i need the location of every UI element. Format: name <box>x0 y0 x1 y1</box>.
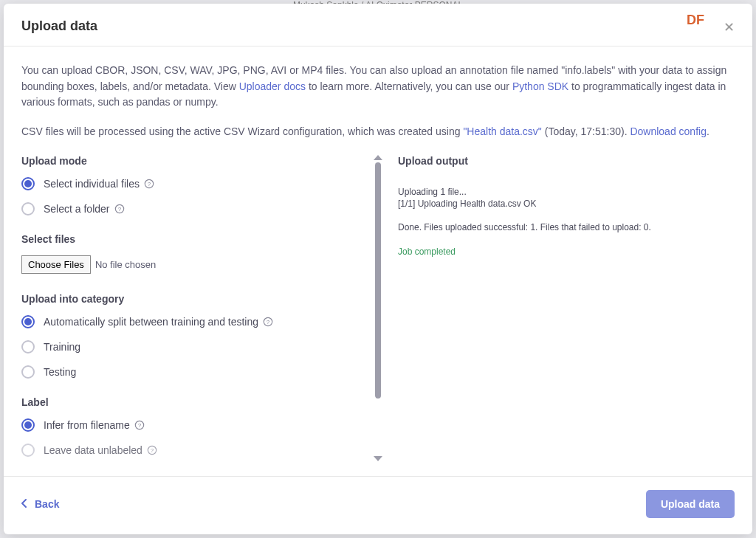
scroll-up-icon[interactable] <box>374 155 382 160</box>
file-picker: Choose Files No file chosen <box>21 255 362 274</box>
console-line <box>398 234 735 246</box>
label-heading: Label <box>21 396 362 408</box>
choose-files-button[interactable]: Choose Files <box>21 255 91 274</box>
svg-text:?: ? <box>138 422 142 429</box>
back-label: Back <box>35 498 59 510</box>
radio-icon <box>21 340 35 354</box>
upload-data-button[interactable]: Upload data <box>646 490 735 518</box>
uploader-docs-link[interactable]: Uploader docs <box>239 80 306 92</box>
radio-icon <box>21 418 35 432</box>
scroll-area: Upload mode Select individual files ? Se… <box>21 155 365 476</box>
category-heading: Upload into category <box>21 293 362 305</box>
chevron-left-icon <box>21 498 27 510</box>
svg-text:?: ? <box>151 447 154 454</box>
radio-auto-split[interactable]: Automatically split between training and… <box>21 315 362 328</box>
console-output: Uploading 1 file... [1/1] Uploading Heal… <box>398 186 735 258</box>
python-sdk-link[interactable]: Python SDK <box>512 80 568 92</box>
scrollbar[interactable] <box>372 155 383 461</box>
select-files-heading: Select files <box>21 233 362 245</box>
console-line: Uploading 1 file... <box>398 186 735 198</box>
radio-label: Leave data unlabeled <box>44 444 142 456</box>
csv-filename-link[interactable]: "Health data.csv" <box>463 125 541 137</box>
download-config-link[interactable]: Download config <box>630 125 707 137</box>
radio-select-folder[interactable]: Select a folder ? <box>21 202 362 215</box>
upload-mode-heading: Upload mode <box>21 155 362 167</box>
radio-icon <box>21 315 35 328</box>
back-button[interactable]: Back <box>21 498 59 510</box>
intro-paragraph: You can upload CBOR, JSON, CSV, WAV, JPG… <box>21 63 735 111</box>
radio-individual-files[interactable]: Select individual files ? <box>21 177 362 190</box>
console-line: Done. Files uploaded successful: 1. File… <box>398 221 735 233</box>
radio-leave-unlabeled[interactable]: Leave data unlabeled ? <box>21 444 362 457</box>
modal-title: Upload data <box>21 18 735 34</box>
console-line <box>398 210 735 221</box>
radio-label: Infer from filename <box>44 419 130 431</box>
radio-label: Testing <box>44 366 76 378</box>
radio-icon <box>21 202 35 215</box>
scroll-down-icon[interactable] <box>374 456 382 461</box>
right-column: Upload output Uploading 1 file... [1/1] … <box>383 155 735 476</box>
upload-output-heading: Upload output <box>398 155 735 167</box>
radio-label: Training <box>44 341 80 353</box>
help-icon[interactable]: ? <box>144 179 154 189</box>
help-icon[interactable]: ? <box>147 445 157 455</box>
upload-modal: Upload data DF ✕ You can upload CBOR, JS… <box>4 4 752 534</box>
modal-header: Upload data DF ✕ <box>4 4 752 46</box>
help-icon[interactable]: ? <box>263 317 273 327</box>
svg-text:?: ? <box>117 206 121 213</box>
radio-testing[interactable]: Testing <box>21 365 362 379</box>
radio-label: Select individual files <box>44 178 140 190</box>
radio-training[interactable]: Training <box>21 340 362 354</box>
radio-icon <box>21 444 35 457</box>
radio-infer-filename[interactable]: Infer from filename ? <box>21 418 362 432</box>
close-icon[interactable]: ✕ <box>720 18 738 36</box>
radio-label: Automatically split between training and… <box>44 316 258 328</box>
csv-paragraph: CSV files will be processed using the ac… <box>21 124 735 140</box>
help-icon[interactable]: ? <box>134 420 145 430</box>
modal-footer: Back Upload data <box>4 476 752 534</box>
radio-label: Select a folder <box>44 203 110 215</box>
no-file-label: No file chosen <box>95 259 156 270</box>
columns: Upload mode Select individual files ? Se… <box>21 155 735 476</box>
console-line: [1/1] Uploading Health data.csv OK <box>398 198 735 210</box>
radio-icon <box>21 177 35 190</box>
help-icon[interactable]: ? <box>114 204 125 214</box>
svg-text:?: ? <box>267 319 270 325</box>
radio-icon <box>21 365 35 379</box>
left-column: Upload mode Select individual files ? Se… <box>21 155 383 476</box>
modal-content: You can upload CBOR, JSON, CSV, WAV, JPG… <box>4 46 752 476</box>
scroll-thumb[interactable] <box>375 162 381 399</box>
svg-text:?: ? <box>148 181 151 187</box>
df-badge: DF <box>687 13 704 28</box>
console-line-success: Job completed <box>398 246 735 258</box>
